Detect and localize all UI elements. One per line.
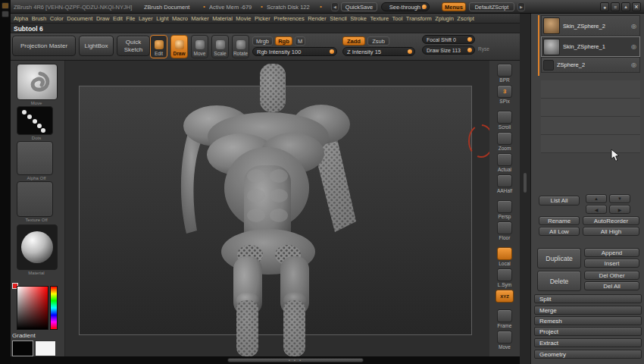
draw-size-slider[interactable]: Draw Size 113 [422, 46, 475, 55]
shelf-item-local[interactable]: Local [497, 247, 512, 266]
projection-master-button[interactable]: Projection Master [12, 36, 76, 56]
del-other-button[interactable]: Del Other [584, 271, 639, 280]
menu-item-macro[interactable]: Macro [172, 15, 188, 22]
zsub-button[interactable]: Zsub [367, 36, 389, 46]
menu-item-texture[interactable]: Texture [370, 15, 389, 22]
current-brush-thumbnail[interactable] [17, 64, 58, 100]
mrgb-button[interactable]: Mrgb [252, 36, 273, 46]
menu-item-material[interactable]: Material [212, 15, 233, 22]
menu-item-stencil[interactable]: Stencil [330, 15, 347, 22]
move-mode-button[interactable]: Move [191, 35, 208, 58]
secondary-color-swatch[interactable] [35, 340, 56, 356]
scale-mode-button[interactable]: Scale [211, 35, 229, 58]
menu-item-light[interactable]: Light [156, 15, 168, 22]
alpha-thumbnail[interactable] [17, 141, 53, 175]
section-geometry[interactable]: Geometry [534, 350, 642, 359]
shelf-item-bpr[interactable]: BPR [497, 64, 512, 83]
menu-item-movie[interactable]: Movie [236, 15, 251, 22]
slider-knob[interactable] [408, 49, 412, 54]
menu-item-edit[interactable]: Edit [113, 15, 123, 22]
quick-sketch-button[interactable]: Quick Sketch [117, 36, 150, 56]
menu-item-zplugin[interactable]: Zplugin [435, 15, 454, 22]
shelf-item-persp[interactable]: Persp [497, 200, 512, 219]
menu-item-preferences[interactable]: Preferences [274, 15, 304, 22]
visibility-eye-icon[interactable]: ◎ [631, 23, 638, 30]
z-intensity-slider[interactable]: Z Intensity 15 [342, 47, 415, 56]
shelf-item-frame[interactable]: Frame [497, 309, 512, 328]
menu-item-tool[interactable]: Tool [392, 15, 403, 22]
append-button[interactable]: Append [584, 248, 639, 257]
menus-button[interactable]: Menus [442, 2, 466, 11]
rgb-button[interactable]: Rgb [275, 36, 292, 46]
menu-item-color[interactable]: Color [50, 15, 64, 22]
visibility-eye-icon[interactable]: ◎ [631, 61, 638, 68]
subtool-up-icon[interactable]: ▲ [586, 194, 607, 203]
draw-mode-button[interactable]: Draw [170, 35, 188, 58]
shelf-item-move-3d[interactable]: Move [497, 331, 512, 350]
all-low-button[interactable]: All Low [539, 227, 580, 236]
shelf-item-floor[interactable]: Floor [497, 221, 512, 240]
menu-item-render[interactable]: Render [308, 15, 327, 22]
menu-item-draw[interactable]: Draw [96, 15, 110, 22]
shelf-scroll-right-icon[interactable]: ▶ [517, 2, 525, 11]
menu-item-layer[interactable]: Layer [139, 15, 153, 22]
insert-button[interactable]: Insert [584, 259, 639, 268]
subtool-row[interactable]: Skin_ZSphere_2 ◎ [541, 15, 640, 36]
quicksave-button[interactable]: QuickSave [341, 2, 377, 11]
menu-item-file[interactable]: File [126, 15, 135, 22]
menu-item-marker[interactable]: Marker [191, 15, 208, 22]
shelf-scroll-left-icon[interactable]: ◀ [331, 2, 339, 11]
main-color-swatch[interactable] [12, 340, 33, 356]
subtool-left-icon[interactable]: ◀ [586, 205, 607, 214]
section-merge[interactable]: Merge [534, 306, 642, 315]
shelf-item-zoom[interactable]: Zoom [497, 132, 512, 151]
focal-shift-slider[interactable]: Focal Shift 0 [422, 35, 475, 44]
minimize-icon[interactable]: ▴ [621, 2, 630, 11]
rgb-intensity-slider[interactable]: Rgb Intensity 100 [252, 47, 337, 56]
texture-thumbnail[interactable] [17, 181, 53, 217]
menu-item-stroke[interactable]: Stroke [350, 15, 367, 22]
subtool-row[interactable]: ZSphere_2 ◎ [541, 57, 640, 73]
menu-item-alpha[interactable]: Alpha [14, 15, 28, 22]
section-extract[interactable]: Extract [534, 338, 642, 347]
section-remesh[interactable]: Remesh [534, 316, 642, 325]
slider-knob[interactable] [467, 48, 472, 52]
shelf-item-lsym[interactable]: L.Sym [497, 268, 512, 287]
edge-icon[interactable] [2, 2, 9, 9]
subtool-row[interactable]: Skin_ZSphere_1 ◎ [541, 36, 640, 57]
shelf-item-xyz[interactable]: XYZ [496, 290, 514, 303]
panel-divider[interactable] [520, 14, 530, 364]
see-through-slider[interactable]: See-through 0 [381, 2, 430, 11]
list-all-button[interactable]: List All [539, 196, 580, 206]
horizontal-scrollbar[interactable]: • • • [227, 358, 364, 362]
sculpt-canvas[interactable] [65, 61, 489, 356]
shelf-item-scroll[interactable]: Scroll [497, 111, 512, 130]
del-all-button[interactable]: Del All [584, 281, 639, 290]
stroke-thumbnail[interactable] [17, 106, 53, 135]
shelf-item-actual[interactable]: Actual [497, 153, 512, 172]
slider-knob[interactable] [330, 49, 334, 54]
duplicate-button[interactable]: Duplicate [537, 248, 581, 268]
visibility-eye-icon[interactable]: ◎ [631, 43, 638, 50]
rotate-mode-button[interactable]: Rotate [232, 35, 249, 58]
help-icon[interactable]: ● [600, 2, 609, 11]
shelf-item-spix[interactable]: 3 SPix [497, 85, 512, 104]
slider-knob[interactable] [422, 5, 427, 9]
material-thumbnail[interactable] [17, 224, 58, 270]
section-project[interactable]: Project [534, 327, 642, 336]
section-split[interactable]: Split [534, 294, 642, 303]
autoreorder-button[interactable]: AutoReorder [583, 216, 639, 225]
edge-icon[interactable] [2, 11, 9, 17]
m-button[interactable]: M [295, 36, 305, 46]
lightbox-button[interactable]: LightBox [79, 36, 114, 56]
close-icon[interactable]: × [632, 2, 641, 11]
default-zscript-button[interactable]: DefaultZScript [469, 2, 514, 11]
subtool-right-icon[interactable]: ▶ [609, 205, 630, 214]
subtool-down-icon[interactable]: ▼ [609, 194, 630, 203]
window-menu-icon[interactable]: ≡ [611, 2, 620, 11]
menu-item-transform[interactable]: Transform [406, 15, 432, 22]
delete-button[interactable]: Delete [537, 271, 581, 291]
all-high-button[interactable]: All High [583, 227, 639, 236]
menu-item-picker[interactable]: Picker [255, 15, 270, 22]
rename-button[interactable]: Rename [539, 216, 580, 225]
